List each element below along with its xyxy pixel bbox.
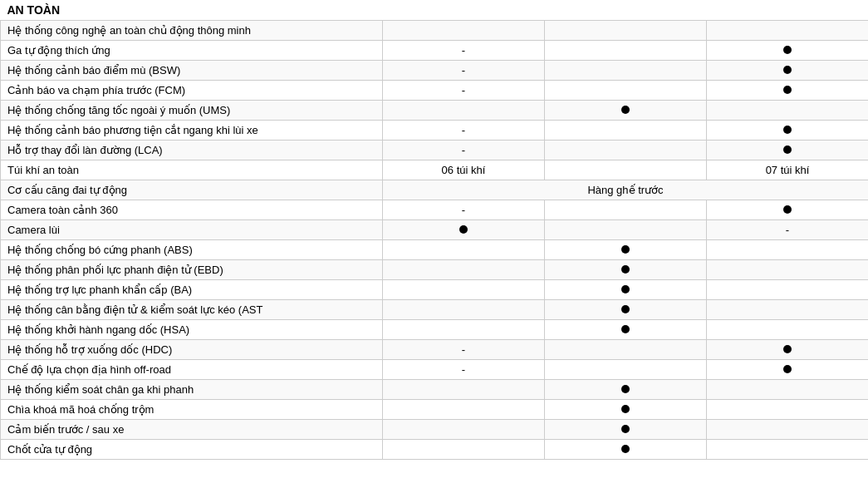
value-cell: [707, 360, 869, 380]
table-row: Hệ thống khởi hành ngang dốc (HSA): [1, 320, 869, 340]
value-cell: [545, 240, 707, 260]
bullet-icon: [783, 126, 792, 134]
value-cell-span: Hàng ghế trước: [383, 180, 869, 200]
value-cell: [545, 160, 707, 180]
value-cell: [383, 300, 545, 320]
value-cell: [545, 320, 707, 340]
value-cell: 07 túi khí: [707, 160, 869, 180]
feature-label: Hệ thống chống tăng tốc ngoài ý muốn (UM…: [1, 101, 383, 121]
value-cell: [545, 61, 707, 81]
value-cell: [545, 141, 707, 160]
bullet-icon: [783, 66, 792, 74]
value-cell: [707, 380, 869, 400]
bullet-icon: [783, 205, 792, 214]
value-cell: [545, 300, 707, 320]
value-cell: [545, 121, 707, 141]
table-row: Hệ thống cảnh báo phương tiện cắt ngang …: [1, 121, 869, 141]
feature-label: Hệ thống hỗ trợ xuống dốc (HDC): [1, 340, 383, 360]
feature-label: Chìa khoá mã hoá chống trộm: [1, 400, 383, 420]
feature-label: Hệ thống khởi hành ngang dốc (HSA): [1, 320, 383, 340]
bullet-icon: [621, 285, 630, 293]
table-row: Hệ thống trợ lực phanh khẩn cấp (BA): [1, 280, 869, 300]
table-row: Hệ thống kiểm soát chân ga khi phanh: [1, 380, 869, 400]
table-row: Cảm biến trước / sau xe: [1, 420, 869, 440]
table-row: Chốt cửa tự động: [1, 440, 869, 460]
feature-label: Camera toàn cảnh 360: [1, 200, 383, 220]
bullet-icon: [459, 225, 468, 234]
bullet-icon: [783, 365, 792, 373]
value-cell: [545, 81, 707, 101]
value-cell: [707, 260, 869, 280]
bullet-icon: [783, 145, 792, 154]
value-cell: [545, 220, 707, 240]
table-row: Camera lùi-: [1, 220, 869, 240]
feature-label: Hỗ trợ thay đổi làn đường (LCA): [1, 141, 383, 160]
value-cell: [545, 101, 707, 121]
table-row: Ga tự động thích ứng-: [1, 41, 869, 61]
bullet-icon: [783, 86, 792, 94]
value-cell: [383, 280, 545, 300]
value-cell: [545, 280, 707, 300]
value-cell: -: [383, 41, 545, 61]
value-cell: [383, 220, 545, 240]
feature-label: Cảnh báo va chạm phía trước (FCM): [1, 81, 383, 101]
table-row: Hệ thống công nghệ an toàn chủ động thôn…: [1, 21, 869, 41]
table-row: Chế độ lựa chọn địa hình off-road-: [1, 360, 869, 380]
value-cell: [545, 340, 707, 360]
value-cell: [383, 101, 545, 121]
feature-label: Hệ thống kiểm soát chân ga khi phanh: [1, 380, 383, 400]
value-cell: [707, 61, 869, 81]
table-row: Hệ thống hỗ trợ xuống dốc (HDC)-: [1, 340, 869, 360]
value-cell: [707, 400, 869, 420]
bullet-icon: [621, 325, 630, 333]
section-header-row: AN TOÀN: [1, 0, 869, 21]
table-row: Camera toàn cảnh 360-: [1, 200, 869, 220]
table-row: Hệ thống cảnh báo điểm mù (BSW)-: [1, 61, 869, 81]
value-cell: [707, 420, 869, 440]
value-cell: -: [383, 61, 545, 81]
feature-label: Cơ cấu căng đai tự động: [1, 180, 383, 200]
value-cell: [707, 300, 869, 320]
feature-label: Cảm biến trước / sau xe: [1, 420, 383, 440]
bullet-icon: [621, 385, 630, 393]
value-cell: [707, 41, 869, 61]
table-row: Hệ thống phân phối lực phanh điện tử (EB…: [1, 260, 869, 280]
table-row: Hỗ trợ thay đổi làn đường (LCA)-: [1, 141, 869, 160]
value-cell: [545, 400, 707, 420]
value-cell: [707, 340, 869, 360]
table-row: Hệ thống chống bó cứng phanh (ABS): [1, 240, 869, 260]
table-row: Chìa khoá mã hoá chống trộm: [1, 400, 869, 420]
value-cell: 06 túi khí: [383, 160, 545, 180]
value-cell: [383, 400, 545, 420]
value-cell: [707, 440, 869, 460]
feature-label: Hệ thống cân bằng điện tử & kiểm soát lự…: [1, 300, 383, 320]
value-cell: [545, 41, 707, 61]
main-container: AN TOÀNHệ thống công nghệ an toàn chủ độ…: [0, 0, 868, 498]
feature-label: Camera lùi: [1, 220, 383, 240]
value-cell: [707, 200, 869, 220]
value-cell: [707, 280, 869, 300]
table-row: Cơ cấu căng đai tự độngHàng ghế trước: [1, 180, 869, 200]
value-cell: [707, 101, 869, 121]
bullet-icon: [621, 425, 630, 433]
value-cell: [545, 21, 707, 41]
bullet-icon: [621, 445, 630, 453]
value-cell: -: [383, 200, 545, 220]
value-cell: [545, 440, 707, 460]
table-row: Cảnh báo va chạm phía trước (FCM)-: [1, 81, 869, 101]
feature-label: Hệ thống trợ lực phanh khẩn cấp (BA): [1, 280, 383, 300]
bullet-icon: [621, 265, 630, 274]
value-cell: [707, 320, 869, 340]
feature-label: Hệ thống chống bó cứng phanh (ABS): [1, 240, 383, 260]
value-cell: -: [383, 81, 545, 101]
bullet-icon: [621, 305, 630, 313]
value-cell: [545, 200, 707, 220]
feature-label: Hệ thống phân phối lực phanh điện tử (EB…: [1, 260, 383, 280]
value-cell: -: [383, 141, 545, 160]
value-cell: [545, 260, 707, 280]
value-cell: [383, 21, 545, 41]
value-cell: [383, 320, 545, 340]
bullet-icon: [621, 106, 630, 114]
bullet-icon: [621, 405, 630, 413]
value-cell: [545, 420, 707, 440]
